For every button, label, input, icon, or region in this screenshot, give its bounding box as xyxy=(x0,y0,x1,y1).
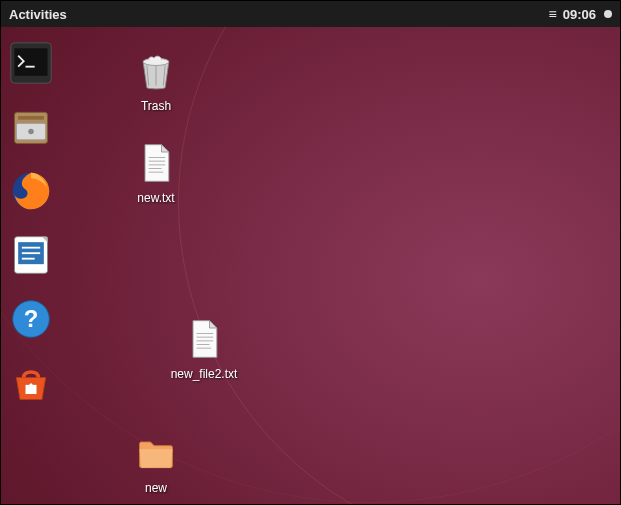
desktop-icon-label: new.txt xyxy=(111,191,201,205)
status-dot-icon xyxy=(604,10,612,18)
dock-help[interactable]: ? xyxy=(7,295,55,343)
desktop-icon-label: Trash xyxy=(111,99,201,113)
system-menu[interactable]: ≡ 09:06 xyxy=(549,7,612,22)
svg-rect-1 xyxy=(15,48,48,75)
clock: 09:06 xyxy=(563,7,596,22)
desktop-icon-label: new xyxy=(111,481,201,495)
folder-icon xyxy=(132,429,180,477)
dock-terminal[interactable] xyxy=(7,39,55,87)
desktop-icon-trash[interactable]: Trash xyxy=(111,47,201,113)
desktop-icon-new-folder[interactable]: new xyxy=(111,429,201,495)
file-manager-icon xyxy=(9,105,53,149)
desktop-icon-label: new_file2.txt xyxy=(159,367,249,381)
dock: ? xyxy=(7,39,65,407)
desktop-icon-new-txt[interactable]: new.txt xyxy=(111,139,201,205)
menu-icon: ≡ xyxy=(549,7,557,21)
top-bar: Activities ≡ 09:06 xyxy=(1,1,620,27)
activities-button[interactable]: Activities xyxy=(9,7,67,22)
software-center-icon xyxy=(9,361,53,405)
text-file-icon xyxy=(132,139,180,187)
help-icon: ? xyxy=(9,297,53,341)
text-file-icon xyxy=(180,315,228,363)
dock-libreoffice-writer[interactable] xyxy=(7,231,55,279)
svg-rect-4 xyxy=(18,116,44,120)
dock-software-center[interactable] xyxy=(7,359,55,407)
terminal-icon xyxy=(9,41,53,85)
desktop[interactable]: Trash new.txt xyxy=(71,31,620,504)
trash-icon xyxy=(132,47,180,95)
svg-point-6 xyxy=(28,129,34,135)
svg-text:?: ? xyxy=(24,305,39,332)
desktop-icon-new-file2[interactable]: new_file2.txt xyxy=(159,315,249,381)
firefox-icon xyxy=(9,169,53,213)
dock-firefox[interactable] xyxy=(7,167,55,215)
dock-files[interactable] xyxy=(7,103,55,151)
writer-icon xyxy=(9,233,53,277)
